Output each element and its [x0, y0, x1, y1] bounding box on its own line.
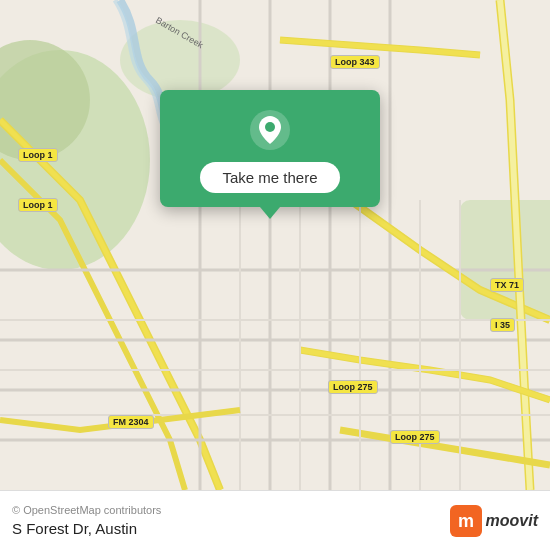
- svg-point-23: [265, 122, 275, 132]
- moovit-icon: m: [450, 505, 482, 537]
- road-label-fm2304: FM 2304: [108, 415, 154, 429]
- location-pin-icon: [248, 108, 292, 152]
- road-label-loop343: Loop 343: [330, 55, 380, 69]
- road-label-i35: I 35: [490, 318, 515, 332]
- road-label-loop1-top: Loop 1: [18, 148, 58, 162]
- moovit-brand-text: moovit: [486, 512, 538, 530]
- road-label-loop275-bottom: Loop 275: [390, 430, 440, 444]
- moovit-logo: m moovit: [450, 505, 538, 537]
- map-container: Barton Creek Loop 1 Loop 1 Loop 343 TX 7…: [0, 0, 550, 490]
- popup-card: Take me there: [160, 90, 380, 207]
- road-label-loop275-right: Loop 275: [328, 380, 378, 394]
- take-me-there-button[interactable]: Take me there: [200, 162, 339, 193]
- bottom-bar: © OpenStreetMap contributors S Forest Dr…: [0, 490, 550, 550]
- svg-text:m: m: [458, 511, 474, 531]
- road-label-tx71: TX 71: [490, 278, 524, 292]
- map-background: Barton Creek: [0, 0, 550, 490]
- road-label-loop1-mid: Loop 1: [18, 198, 58, 212]
